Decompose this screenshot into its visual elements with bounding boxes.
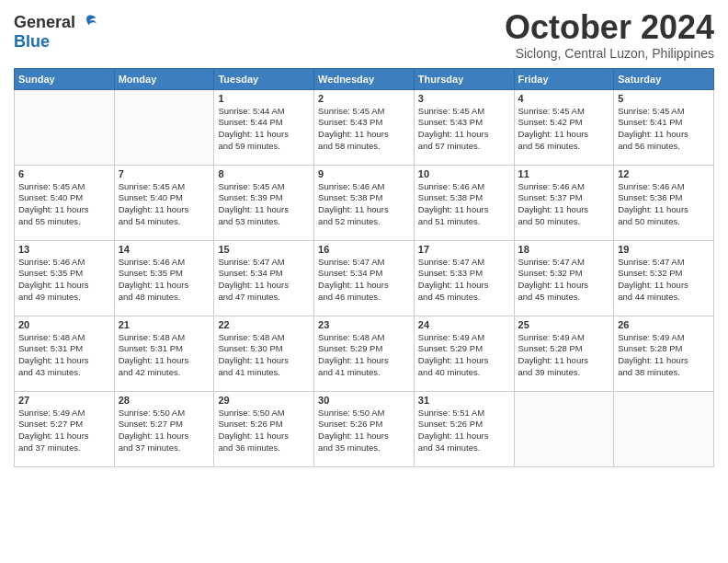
cell-line: and 48 minutes.	[119, 292, 210, 304]
cell-line: Sunset: 5:36 PM	[618, 192, 710, 204]
cell-line: and 56 minutes.	[618, 141, 710, 153]
day-number: 27	[18, 395, 110, 406]
cell-line: Sunset: 5:34 PM	[218, 268, 310, 280]
calendar-cell: 6Sunrise: 5:45 AMSunset: 5:40 PMDaylight…	[15, 165, 115, 240]
cell-line: Sunset: 5:31 PM	[119, 343, 210, 355]
cell-line: Daylight: 11 hours	[518, 204, 610, 216]
cell-line: Sunset: 5:33 PM	[418, 268, 510, 280]
cell-line: Sunset: 5:41 PM	[618, 117, 710, 129]
cell-line: Daylight: 11 hours	[518, 355, 610, 367]
cell-line: Sunset: 5:26 PM	[418, 419, 510, 431]
cell-line: Sunrise: 5:47 AM	[518, 257, 610, 269]
cell-line: and 56 minutes.	[518, 141, 610, 153]
day-header-monday: Monday	[114, 68, 214, 89]
cell-line: Sunrise: 5:47 AM	[218, 257, 310, 269]
cell-line: Sunset: 5:27 PM	[18, 419, 110, 431]
day-number: 28	[119, 395, 210, 406]
location: Siclong, Central Luzon, Philippines	[505, 46, 714, 61]
cell-line: and 43 minutes.	[18, 367, 110, 379]
calendar-cell: 3Sunrise: 5:45 AMSunset: 5:43 PMDaylight…	[414, 89, 514, 165]
cell-line: Sunset: 5:29 PM	[318, 343, 410, 355]
calendar-cell	[514, 391, 614, 466]
cell-line: Daylight: 11 hours	[418, 280, 510, 292]
cell-line: and 41 minutes.	[318, 367, 410, 379]
calendar-week-4: 20Sunrise: 5:48 AMSunset: 5:31 PMDayligh…	[15, 316, 714, 391]
cell-line: Sunset: 5:44 PM	[218, 117, 310, 129]
calendar-cell: 21Sunrise: 5:48 AMSunset: 5:31 PMDayligh…	[114, 316, 214, 391]
calendar-cell: 16Sunrise: 5:47 AMSunset: 5:34 PMDayligh…	[314, 240, 415, 316]
cell-line: Sunrise: 5:48 AM	[119, 332, 210, 344]
calendar-cell: 4Sunrise: 5:45 AMSunset: 5:42 PMDaylight…	[514, 89, 614, 165]
calendar: SundayMondayTuesdayWednesdayThursdayFrid…	[14, 68, 714, 467]
cell-line: and 37 minutes.	[18, 442, 110, 454]
cell-line: Sunrise: 5:45 AM	[218, 181, 310, 193]
cell-line: Sunrise: 5:48 AM	[318, 332, 410, 344]
logo-bird-icon	[77, 13, 97, 33]
cell-line: Sunrise: 5:49 AM	[618, 332, 710, 344]
cell-line: Daylight: 11 hours	[418, 431, 510, 442]
cell-line: and 34 minutes.	[418, 442, 510, 454]
day-number: 17	[418, 244, 510, 255]
cell-line: and 39 minutes.	[518, 367, 610, 379]
calendar-cell: 10Sunrise: 5:46 AMSunset: 5:38 PMDayligh…	[414, 165, 514, 240]
day-number: 23	[318, 319, 410, 330]
cell-line: Sunrise: 5:50 AM	[119, 408, 210, 419]
day-number: 30	[318, 395, 410, 406]
cell-line: and 42 minutes.	[119, 367, 210, 379]
cell-line: Sunrise: 5:49 AM	[418, 332, 510, 344]
day-number: 14	[119, 244, 210, 255]
cell-line: and 45 minutes.	[518, 292, 610, 304]
cell-line: Sunrise: 5:46 AM	[119, 257, 210, 269]
cell-line: and 55 minutes.	[18, 216, 110, 228]
cell-line: and 35 minutes.	[318, 442, 410, 454]
cell-line: Sunset: 5:43 PM	[318, 117, 410, 129]
cell-line: Daylight: 11 hours	[618, 355, 710, 367]
cell-line: and 50 minutes.	[618, 216, 710, 228]
cell-line: Sunset: 5:32 PM	[618, 268, 710, 280]
day-number: 13	[18, 244, 110, 255]
day-number: 29	[218, 395, 310, 406]
calendar-cell	[15, 89, 115, 165]
cell-line: and 44 minutes.	[618, 292, 710, 304]
cell-line: and 37 minutes.	[119, 442, 210, 454]
calendar-cell: 2Sunrise: 5:45 AMSunset: 5:43 PMDaylight…	[314, 89, 415, 165]
day-number: 5	[618, 93, 710, 104]
logo: General Blue	[14, 13, 97, 52]
cell-line: and 52 minutes.	[318, 216, 410, 228]
cell-line: and 54 minutes.	[119, 216, 210, 228]
cell-line: Sunset: 5:37 PM	[518, 192, 610, 204]
calendar-cell: 23Sunrise: 5:48 AMSunset: 5:29 PMDayligh…	[314, 316, 415, 391]
calendar-cell: 13Sunrise: 5:46 AMSunset: 5:35 PMDayligh…	[15, 240, 115, 316]
day-header-thursday: Thursday	[414, 68, 514, 89]
cell-line: and 46 minutes.	[318, 292, 410, 304]
calendar-cell: 17Sunrise: 5:47 AMSunset: 5:33 PMDayligh…	[414, 240, 514, 316]
day-number: 16	[318, 244, 410, 255]
calendar-cell: 20Sunrise: 5:48 AMSunset: 5:31 PMDayligh…	[15, 316, 115, 391]
day-number: 7	[119, 168, 210, 179]
cell-line: and 50 minutes.	[518, 216, 610, 228]
cell-line: Sunset: 5:40 PM	[119, 192, 210, 204]
cell-line: Sunrise: 5:49 AM	[18, 408, 110, 419]
cell-line: Sunrise: 5:45 AM	[18, 181, 110, 193]
cell-line: and 41 minutes.	[218, 367, 310, 379]
cell-line: and 58 minutes.	[318, 141, 410, 153]
calendar-week-1: 1Sunrise: 5:44 AMSunset: 5:44 PMDaylight…	[15, 89, 714, 165]
calendar-cell: 19Sunrise: 5:47 AMSunset: 5:32 PMDayligh…	[614, 240, 714, 316]
day-number: 1	[218, 93, 310, 104]
cell-line: Sunset: 5:42 PM	[518, 117, 610, 129]
calendar-cell: 27Sunrise: 5:49 AMSunset: 5:27 PMDayligh…	[15, 391, 115, 466]
cell-line: and 45 minutes.	[418, 292, 510, 304]
day-number: 22	[218, 319, 310, 330]
cell-line: Sunset: 5:34 PM	[318, 268, 410, 280]
cell-line: Sunset: 5:30 PM	[218, 343, 310, 355]
cell-line: Sunset: 5:35 PM	[18, 268, 110, 280]
cell-line: Daylight: 11 hours	[218, 129, 310, 141]
day-header-saturday: Saturday	[614, 68, 714, 89]
calendar-cell: 15Sunrise: 5:47 AMSunset: 5:34 PMDayligh…	[214, 240, 314, 316]
cell-line: Daylight: 11 hours	[518, 129, 610, 141]
cell-line: Sunrise: 5:46 AM	[618, 181, 710, 193]
cell-line: and 53 minutes.	[218, 216, 310, 228]
cell-line: Sunrise: 5:45 AM	[518, 106, 610, 118]
cell-line: Sunrise: 5:46 AM	[318, 181, 410, 193]
cell-line: Daylight: 11 hours	[318, 355, 410, 367]
